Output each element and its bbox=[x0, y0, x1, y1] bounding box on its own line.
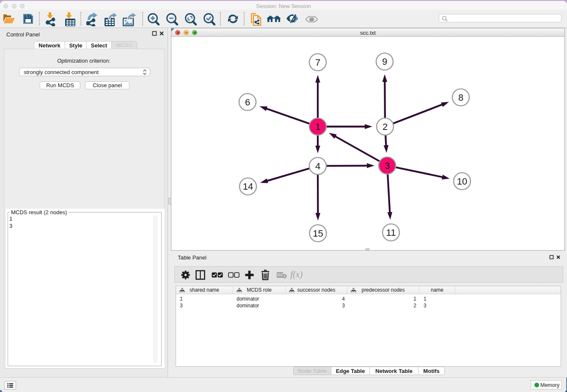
svg-text:4: 4 bbox=[315, 161, 320, 171]
svg-text:1: 1 bbox=[315, 121, 320, 132]
svg-text:9: 9 bbox=[382, 56, 387, 67]
svg-text:8: 8 bbox=[458, 92, 463, 103]
svg-text:2: 2 bbox=[383, 121, 388, 132]
svg-text:7: 7 bbox=[315, 57, 320, 68]
svg-text:3: 3 bbox=[385, 160, 390, 171]
svg-text:6: 6 bbox=[245, 97, 250, 108]
svg-text:11: 11 bbox=[386, 227, 396, 238]
svg-text:10: 10 bbox=[457, 176, 467, 187]
svg-text:15: 15 bbox=[313, 228, 323, 239]
svg-text:14: 14 bbox=[243, 181, 253, 192]
